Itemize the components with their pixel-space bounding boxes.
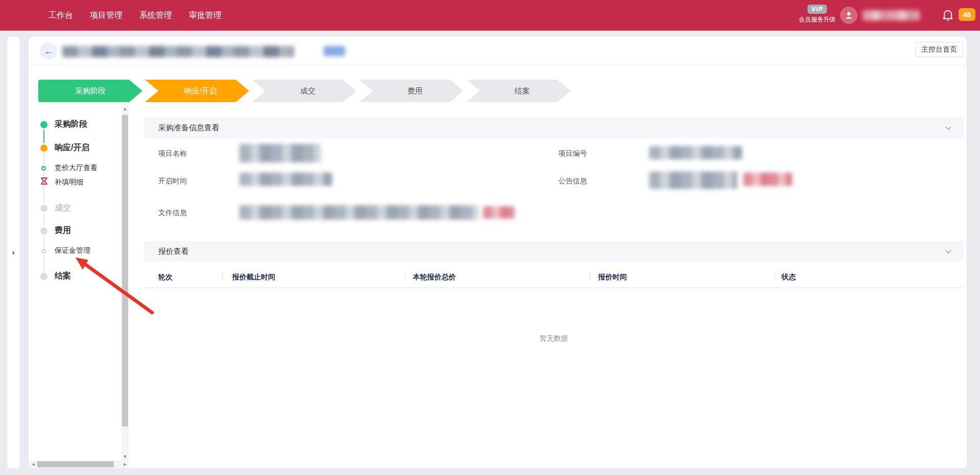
notification-bell-icon[interactable] [942, 9, 954, 22]
sidebar-item-supplement-detail[interactable]: 补填明细 [29, 177, 83, 187]
app-root: 工作台 项目管理 系统管理 审批管理 VIP 会员服务升级 46 › [0, 0, 980, 475]
field-label-announcement-info: 公告信息 [558, 177, 587, 186]
column-divider [590, 273, 590, 281]
field-label-project-number: 项目编号 [558, 149, 587, 158]
scrollbar-right-icon[interactable]: ► [121, 462, 129, 467]
vip-upgrade[interactable]: VIP 会员服务升级 [794, 4, 840, 24]
sidebar-item-response-open[interactable]: 响应/开启 [29, 142, 89, 153]
sidebar-item-fees[interactable]: 费用 [29, 225, 71, 236]
field-label-open-time: 开启时间 [158, 177, 187, 186]
field-label-project-name: 项目名称 [158, 149, 187, 158]
quote-table-header-row: 轮次 报价截止时间 本轮报价总价 报价时间 状态 [144, 267, 964, 288]
hourglass-icon [41, 177, 47, 187]
gray-dot-icon [40, 227, 47, 234]
nav-item-workbench[interactable]: 工作台 [48, 10, 73, 21]
nav-item-approval-management[interactable]: 审批管理 [189, 10, 222, 21]
column-header-status: 状态 [781, 267, 796, 288]
console-home-button[interactable]: 主控台首页 [915, 42, 963, 57]
collapse-chevron-down-icon[interactable] [944, 124, 952, 132]
sidebar-horizontal-scrollbar[interactable]: ◄ ► [30, 461, 129, 468]
page-header: ← 主控台首页 [29, 37, 967, 65]
person-icon [844, 11, 853, 20]
scrollbar-left-icon[interactable]: ◄ [30, 462, 37, 467]
column-divider [405, 273, 406, 281]
panel-title: 报价查看 [158, 247, 189, 256]
column-header-quote-time: 报价时间 [598, 267, 627, 288]
orange-dot-icon [40, 145, 47, 152]
quote-panel-header: 报价查看 [144, 241, 964, 262]
sidebar-item-label: 费用 [55, 225, 71, 236]
nav-item-project-management[interactable]: 项目管理 [90, 10, 122, 21]
step-response-open[interactable]: 响应/开启 [145, 80, 249, 102]
column-divider [222, 273, 223, 281]
gray-dot-icon [40, 205, 47, 212]
sidebar-item-label: 竞价大厅查看 [55, 163, 97, 173]
sidebar-item-label: 成交 [55, 203, 71, 213]
vertical-scrollbar-thumb[interactable] [122, 115, 128, 426]
project-name-value-redacted [239, 144, 321, 162]
sidebar-item-label: 结案 [55, 271, 71, 281]
vip-icon: VIP [807, 5, 827, 14]
project-number-value-redacted [649, 146, 742, 159]
file-link-redacted[interactable] [483, 206, 514, 219]
collapse-chevron-down-icon[interactable] [944, 248, 952, 256]
sidebar-item-procurement-stage[interactable]: 采购阶段 [29, 119, 87, 130]
open-time-value-redacted [239, 173, 332, 186]
stage-progress-bar: 采购阶段 响应/开启 成交 费用 结案 [29, 80, 967, 102]
sidebar-item-label: 补填明细 [55, 178, 83, 187]
project-title-redacted [62, 46, 294, 57]
announcement-value-redacted [649, 172, 737, 189]
announcement-link-redacted[interactable] [743, 173, 792, 186]
green-ring-icon [41, 166, 46, 171]
horizontal-scrollbar-thumb[interactable] [37, 461, 114, 467]
step-procurement-stage[interactable]: 采购阶段 [38, 80, 142, 102]
step-closing[interactable]: 结案 [467, 80, 571, 102]
column-header-round-total: 本轮报价总价 [413, 267, 456, 288]
scrollbar-down-icon[interactable]: ▼ [121, 454, 129, 459]
column-header-round: 轮次 [158, 267, 173, 288]
sidebar-item-label: 响应/开启 [55, 142, 89, 153]
sidebar-item-label: 保证金管理 [55, 246, 90, 255]
step-fees[interactable]: 费用 [359, 80, 463, 102]
status-tag-redacted [324, 46, 345, 56]
gray-dot-icon [40, 273, 47, 280]
nav-menu: 工作台 项目管理 系统管理 审批管理 [48, 0, 222, 31]
sidebar-item-label: 采购阶段 [55, 119, 87, 130]
stage-timeline-sidebar: 采购阶段 响应/开启 竞价大厅查看 补填明细 成交 [29, 102, 131, 461]
scrollbar-up-icon[interactable]: ▲ [121, 106, 129, 111]
sidebar-item-closing[interactable]: 结案 [29, 271, 71, 281]
notification-count-badge[interactable]: 46 [959, 8, 975, 21]
green-dot-icon [40, 121, 47, 128]
username-redacted [863, 10, 920, 20]
panel-expander-chevron-icon[interactable]: › [8, 247, 18, 257]
empty-table-message: 暂无数据 [144, 334, 964, 343]
step-deal[interactable]: 成交 [252, 80, 356, 102]
vip-caption: 会员服务升级 [794, 15, 840, 24]
back-button[interactable]: ← [40, 42, 57, 60]
user-avatar[interactable] [840, 7, 857, 24]
top-navbar: 工作台 项目管理 系统管理 审批管理 VIP 会员服务升级 46 [0, 0, 980, 31]
nav-item-system-management[interactable]: 系统管理 [139, 10, 172, 21]
sidebar-item-deposit-management[interactable]: 保证金管理 [29, 246, 90, 255]
sidebar-vertical-scrollbar[interactable]: ▲ ▼ [121, 105, 129, 461]
field-label-file-info: 文件信息 [158, 208, 187, 218]
prep-info-panel-header: 采购准备信息查看 [144, 117, 964, 138]
sidebar-item-deal[interactable]: 成交 [29, 203, 71, 213]
main-card: ← 主控台首页 采购阶段 响应/开启 成交 费用 结案 采购阶段 响应/开启 [29, 37, 967, 468]
panel-title: 采购准备信息查看 [158, 123, 219, 133]
column-divider [775, 273, 775, 281]
collapsed-side-panel: › [7, 37, 19, 468]
gray-ring-icon [41, 249, 46, 253]
sidebar-item-bidding-hall-view[interactable]: 竞价大厅查看 [29, 163, 97, 173]
file-info-value-redacted [239, 205, 478, 220]
column-header-quote-deadline: 报价截止时间 [232, 267, 275, 288]
